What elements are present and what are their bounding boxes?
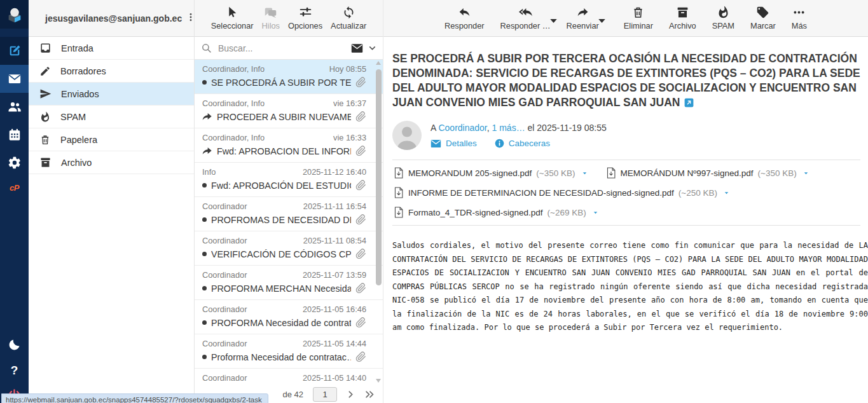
rail-contacts-button[interactable] bbox=[0, 93, 29, 121]
details-label: Detalles bbox=[446, 139, 477, 148]
forward-dropdown-caret-icon[interactable] bbox=[595, 14, 609, 29]
rail-mail-button[interactable] bbox=[0, 65, 29, 93]
attachment-dropdown-caret-icon[interactable] bbox=[723, 189, 730, 196]
flame-icon bbox=[39, 111, 51, 123]
page-number-box[interactable]: 1 bbox=[313, 387, 337, 402]
message-date: vie 16:37 bbox=[333, 99, 366, 108]
recipients-line: A Coordinador, 1 más… el 2025-11-19 08:5… bbox=[431, 123, 607, 133]
last-page-button[interactable] bbox=[364, 390, 375, 399]
options-button[interactable]: Opciones bbox=[286, 4, 324, 32]
select-button[interactable]: Seleccionar bbox=[209, 4, 256, 32]
message-row-header: Coordinador 2025-11-05 14:44 bbox=[202, 339, 366, 348]
folder-item-spam[interactable]: SPAM bbox=[29, 106, 194, 128]
more-recipients-link[interactable]: 1 más… bbox=[492, 123, 525, 133]
forwarded-arrow-icon bbox=[202, 113, 212, 121]
attachment-dropdown-caret-icon[interactable] bbox=[592, 209, 599, 216]
rail-cpanel-button[interactable]: cP bbox=[0, 177, 29, 198]
reply-all-dropdown-caret-icon[interactable] bbox=[547, 14, 560, 29]
delete-label: Eliminar bbox=[624, 21, 653, 31]
message-list-item[interactable]: Coordinador, Info vie 16:33 Fwd: APROBAC… bbox=[195, 128, 383, 163]
message-list-item[interactable]: Coordinador 2025-11-05 14:40 bbox=[195, 369, 383, 385]
folder-item-borradores[interactable]: Borradores bbox=[29, 60, 194, 83]
attachments-strip: MEMORANDUM 205-signed.pdf (~350 KB) MEMO… bbox=[392, 160, 860, 226]
more-button[interactable]: Más bbox=[790, 4, 809, 32]
details-button[interactable]: Detalles bbox=[431, 139, 477, 148]
dark-mode-toggle[interactable] bbox=[0, 331, 29, 359]
message-date: vie 16:33 bbox=[333, 133, 366, 142]
tag-button[interactable]: Marcar bbox=[748, 4, 778, 32]
folder-item-enviados[interactable]: Enviados bbox=[29, 83, 194, 106]
forwarded-arrow-icon bbox=[202, 147, 212, 156]
message-list-item[interactable]: Coordinador, Info Hoy 08:55 SE PROCEDRÁ … bbox=[195, 60, 383, 94]
attachment-item[interactable]: INFORME DE DETERMINACION DE NECESIDAD-si… bbox=[394, 187, 730, 198]
recipient-link[interactable]: Coordinador bbox=[438, 123, 486, 133]
search-chevron-down-icon[interactable] bbox=[368, 44, 376, 52]
threads-button[interactable]: Hilos bbox=[260, 4, 282, 32]
message-list-item[interactable]: Coordinador, Info vie 16:37 PROCEDER A S… bbox=[195, 94, 383, 128]
message-from: Coordinador bbox=[202, 236, 247, 245]
attachment-item[interactable]: Formato_4_TDR-signed-signed.pdf (~269 KB… bbox=[394, 207, 599, 218]
search-mail-filter-icon[interactable] bbox=[351, 43, 363, 53]
nav-rail: cP ? bbox=[0, 0, 29, 403]
message-row-header: Coordinador, Info vie 16:37 bbox=[202, 99, 366, 108]
message-date: 2025-11-12 16:40 bbox=[303, 167, 366, 177]
message-list-item[interactable]: Coordinador 2025-11-11 16:54 PROFROMAS D… bbox=[195, 197, 383, 231]
message-from: Coordinador bbox=[202, 304, 247, 314]
list-scrollbar[interactable] bbox=[376, 61, 382, 383]
reading-pane: Responder Responder … Reenviar bbox=[383, 0, 868, 403]
flame-icon bbox=[717, 6, 730, 19]
webmail-app: cP ? jesusgavilanes@sanjuan.gob.ec bbox=[0, 0, 868, 403]
headers-button[interactable]: Cabeceras bbox=[495, 139, 550, 148]
attachment-dropdown-caret-icon[interactable] bbox=[581, 170, 588, 177]
attachment-dropdown-caret-icon[interactable] bbox=[803, 170, 809, 177]
rail-settings-button[interactable] bbox=[0, 149, 29, 177]
compose-button[interactable] bbox=[0, 37, 29, 65]
message-list-item[interactable]: Info 2025-11-12 16:40 Fwd: APROBACIÓN DE… bbox=[195, 163, 383, 197]
attachment-size: (~350 KB) bbox=[536, 168, 575, 178]
sliders-icon bbox=[299, 6, 312, 19]
account-email: jesusgavilanes@sanjuan.gob.ec bbox=[45, 13, 182, 24]
delete-button[interactable]: Eliminar bbox=[622, 4, 655, 32]
forward-icon bbox=[576, 6, 589, 19]
status-url-tooltip: https://webmail.sanjuan.gob.ec/snapps457… bbox=[1, 393, 268, 403]
archive-button[interactable]: Archivo bbox=[667, 4, 698, 32]
message-row-subject-line: Proforma Necesidad de contratac… bbox=[202, 352, 366, 362]
message-row-subject-line: Fwd: APROBACIÓN DEL ESTUDIO,… bbox=[202, 180, 366, 191]
message-date: 2025-11-05 14:44 bbox=[303, 339, 366, 348]
message-list-item[interactable]: Coordinador 2025-11-07 13:59 PROFORMA ME… bbox=[195, 266, 383, 300]
attachment-name: MEMORÁNDUM Nº997-signed.pdf bbox=[621, 168, 754, 178]
scroll-down-arrow-icon[interactable] bbox=[376, 379, 381, 383]
spam-button[interactable]: SPAM bbox=[710, 4, 736, 32]
message-list-item[interactable]: Coordinador 2025-11-05 14:44 Proforma Ne… bbox=[195, 334, 383, 369]
threads-chat-icon bbox=[264, 6, 277, 19]
reply-icon bbox=[458, 6, 471, 19]
folder-item-archivo[interactable]: Archivo bbox=[29, 151, 194, 174]
attachment-item[interactable]: MEMORÁNDUM Nº997-signed.pdf (~350 KB) bbox=[606, 167, 809, 179]
rail-calendar-button[interactable] bbox=[0, 121, 29, 149]
message-list-item[interactable]: Coordinador 2025-11-05 16:46 PROFORMA Ne… bbox=[195, 300, 383, 334]
search-input[interactable] bbox=[217, 43, 346, 54]
message-subject-preview: Fwd: APROBACION DEL INFORME… bbox=[217, 146, 351, 156]
reply-button[interactable]: Responder bbox=[443, 4, 486, 32]
open-in-new-window-icon[interactable] bbox=[684, 98, 694, 107]
refresh-button[interactable]: Actualizar bbox=[329, 4, 368, 32]
folder-label: Entrada bbox=[61, 43, 93, 53]
next-page-button[interactable] bbox=[347, 390, 355, 399]
scroll-up-arrow-icon[interactable] bbox=[376, 61, 381, 65]
message-list-item[interactable]: Coordinador 2025-11-11 08:54 VERIFICACIÓ… bbox=[195, 231, 383, 266]
avatar bbox=[392, 121, 422, 150]
tag-label: Marcar bbox=[750, 21, 776, 31]
folder-item-entrada[interactable]: Entrada bbox=[29, 37, 194, 60]
to-separator: , bbox=[487, 123, 492, 133]
scrollbar-thumb[interactable] bbox=[376, 69, 382, 285]
attachment-item[interactable]: MEMORANDUM 205-signed.pdf (~350 KB) bbox=[394, 167, 588, 179]
compose-icon bbox=[8, 44, 22, 58]
attachment-name: Formato_4_TDR-signed-signed.pdf bbox=[408, 208, 543, 217]
reply-all-button[interactable]: Responder … bbox=[499, 4, 553, 32]
archive-label: Archivo bbox=[669, 21, 696, 31]
folder-label: SPAM bbox=[60, 112, 86, 122]
folder-item-papelera[interactable]: Papelera bbox=[29, 128, 194, 151]
message-subject-preview: SE PROCEDRÁ A SUBIR POR TER… bbox=[211, 78, 351, 88]
help-button[interactable]: ? bbox=[0, 359, 29, 383]
forward-button[interactable]: Reenviar bbox=[565, 4, 601, 32]
